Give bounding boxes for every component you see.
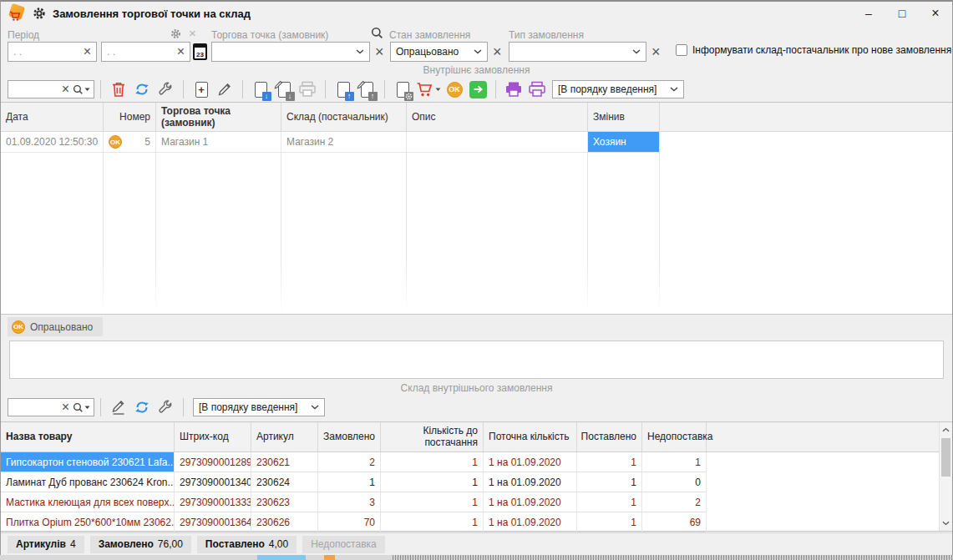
order-supplier-cell: Магазин 2: [281, 132, 407, 153]
export-edit-button[interactable]: ↓: [272, 78, 296, 100]
item-name-cell: Ламинат Дуб прованс 230624 Kron...: [1, 472, 175, 492]
minimize-button[interactable]: –: [852, 2, 885, 25]
column-header[interactable]: Поточна кількість: [484, 422, 577, 452]
order-customer-cell: Магазин 1: [156, 132, 281, 153]
item-supplied-cell: 1: [577, 472, 642, 492]
delete-button[interactable]: [107, 78, 130, 100]
window-title: Замовлення торгової точки на склад: [53, 8, 251, 20]
document-gear-icon: [397, 82, 409, 98]
tools-button[interactable]: [154, 78, 177, 100]
date-to-field[interactable]: . . ×: [101, 42, 190, 62]
set-processed-button[interactable]: OK: [443, 78, 466, 100]
customer-clear-button[interactable]: ×: [375, 43, 384, 61]
cart-button[interactable]: [414, 78, 443, 100]
item-tosupply-cell: 1: [381, 492, 484, 512]
column-header[interactable]: Торгова точка (замовник): [156, 103, 281, 131]
item-currentqty-cell: 1 на 01.09.2020: [484, 492, 577, 512]
orders-table: Дата Номер Торгова точка (замовник) Скла…: [1, 102, 952, 315]
items-sort-select[interactable]: [В порядку введення]: [193, 398, 325, 416]
table-row[interactable]: Плитка Opium 250*600*10мм 23062... 29730…: [1, 512, 952, 532]
column-header[interactable]: Номер: [104, 103, 156, 131]
document-pencil-down-icon: ↓: [278, 82, 291, 98]
edit-item-button[interactable]: [107, 396, 130, 418]
column-header[interactable]: Недопоставка: [642, 422, 707, 452]
customer-combobox[interactable]: [211, 42, 370, 62]
close-button[interactable]: ×: [919, 2, 952, 25]
status-legend-chip: OK Опрацьовано: [8, 317, 103, 336]
items-search-box[interactable]: ×: [8, 398, 94, 416]
order-settings-button[interactable]: [391, 78, 414, 100]
date-from-field[interactable]: . . ×: [8, 42, 97, 62]
window-gear-icon[interactable]: [33, 7, 46, 20]
orders-search-box[interactable]: ×: [8, 80, 94, 98]
scroll-up-icon[interactable]: [940, 423, 952, 436]
notify-checkbox[interactable]: [676, 44, 687, 56]
orders-search-icon[interactable]: [73, 84, 90, 95]
item-shortage-cell: 2: [642, 492, 707, 512]
refresh-items-button[interactable]: [130, 396, 154, 418]
print-preview-button[interactable]: [525, 78, 549, 100]
order-description-box[interactable]: [9, 341, 944, 379]
type-combobox[interactable]: [509, 42, 646, 62]
item-shortage-cell: 1: [642, 452, 707, 472]
column-header[interactable]: Кількість до постачання: [381, 422, 484, 452]
orders-search-clear-icon[interactable]: ×: [62, 83, 69, 96]
items-search-clear-icon[interactable]: ×: [62, 401, 69, 414]
send-button[interactable]: [466, 78, 489, 100]
ok-status-icon: OK: [447, 82, 463, 98]
items-section-caption: Склад внутрішнього замовлення: [1, 382, 952, 394]
item-ordered-cell: 70: [318, 512, 381, 532]
items-search-icon[interactable]: [73, 402, 90, 413]
vertical-scrollbar[interactable]: [939, 422, 952, 531]
period-label: Період: [8, 29, 39, 41]
column-header[interactable]: Замовлено: [318, 422, 381, 452]
column-header[interactable]: Назва товару: [1, 422, 175, 452]
import-edit-button[interactable]: ↑: [355, 78, 378, 100]
table-row[interactable]: Гипсокартон стеновой 230621 Lafa... 2973…: [1, 452, 952, 472]
item-supplied-cell: 1: [577, 492, 642, 512]
filter-panel: Період × Торгова точка (замовник) Стан з…: [1, 25, 952, 77]
column-header[interactable]: Опис: [407, 103, 588, 131]
print-button[interactable]: [502, 78, 525, 100]
items-tools-button[interactable]: [154, 396, 177, 418]
edit-order-button[interactable]: [213, 78, 236, 100]
type-clear-button[interactable]: ×: [651, 43, 661, 61]
calendar-icon[interactable]: 23: [193, 43, 207, 60]
order-date-cell: 01.09.2020 12:50:30: [1, 132, 104, 153]
state-clear-button[interactable]: ×: [493, 43, 502, 61]
summary-supplied: Поставлено4,00: [197, 536, 297, 553]
orders-search-input[interactable]: [12, 83, 62, 95]
status-legend-label: Опрацьовано: [30, 321, 93, 333]
orders-sort-select[interactable]: [В порядку введення]: [552, 80, 684, 98]
refresh-button[interactable]: [130, 78, 154, 100]
table-row[interactable]: 01.09.2020 12:50:30 OK 5 Магазин 1 Магаз…: [1, 132, 952, 153]
column-header[interactable]: Дата: [1, 103, 104, 131]
scrollbar-thumb[interactable]: [941, 438, 950, 477]
notify-checkbox-label: Інформувати склад-постачальник про нове …: [692, 44, 951, 56]
date-from-clear-icon[interactable]: ×: [84, 45, 91, 58]
app-logo-cart-icon: [8, 3, 28, 23]
column-header[interactable]: Склад (постачальник): [281, 103, 407, 131]
maximize-button[interactable]: □: [885, 2, 919, 25]
items-table-header: Назва товару Штрих-код Артикул Замовлено…: [1, 422, 952, 452]
wrench-icon: [157, 81, 174, 98]
period-settings-gear-icon[interactable]: [170, 28, 181, 39]
add-order-button[interactable]: +: [190, 78, 213, 100]
column-header[interactable]: Штрих-код: [175, 422, 251, 452]
items-search-input[interactable]: [12, 401, 62, 413]
column-header[interactable]: Артикул: [251, 422, 318, 452]
column-header[interactable]: Змінив: [588, 103, 660, 131]
scroll-down-icon[interactable]: [940, 517, 952, 530]
item-name-cell: Гипсокартон стеновой 230621 Lafa...: [1, 452, 175, 472]
export-order-button[interactable]: ↓: [249, 78, 272, 100]
date-to-clear-icon[interactable]: ×: [177, 45, 185, 58]
import-order-button[interactable]: ↑: [332, 78, 355, 100]
column-header[interactable]: Поставлено: [577, 422, 642, 452]
summary-bar: Артикулів4 Замовлено76,00 Поставлено4,00…: [1, 532, 952, 555]
table-row[interactable]: Мастика клеющая для всех поверх... 29730…: [1, 492, 952, 512]
period-clear-icon[interactable]: ×: [189, 27, 196, 39]
item-sku-cell: 230626: [251, 512, 318, 532]
table-row[interactable]: Ламинат Дуб прованс 230624 Kron... 29730…: [1, 472, 952, 492]
pencil-icon: [110, 399, 127, 416]
state-combobox[interactable]: Опрацьовано: [390, 42, 488, 62]
